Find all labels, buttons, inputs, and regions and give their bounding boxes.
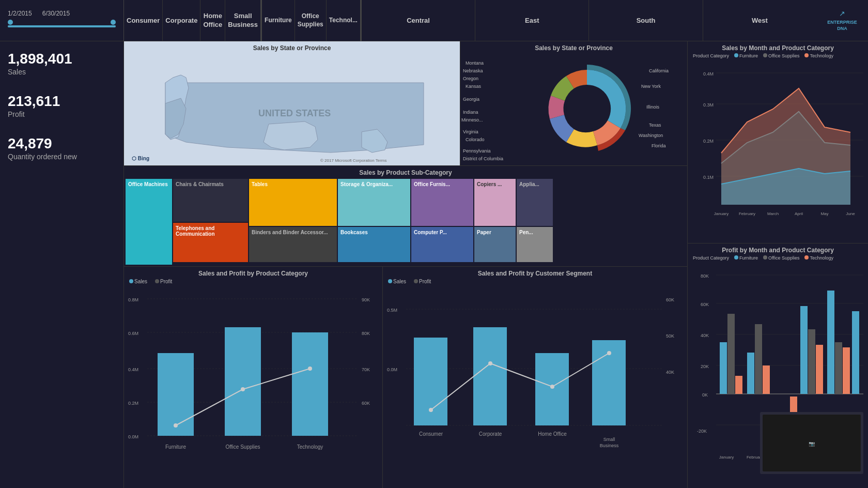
kpi-profit-value: 213,611 xyxy=(8,94,116,109)
logo: ↗ ENTERPRISE DNA xyxy=(816,0,868,41)
svg-text:June: June xyxy=(846,211,855,216)
svg-rect-58 xyxy=(808,329,815,394)
region-central[interactable]: Central xyxy=(362,0,475,41)
treemap-cells: Office Machines Chairs & Chairmats Telep… xyxy=(126,179,686,265)
svg-rect-106 xyxy=(535,353,569,425)
svg-text:0.6M: 0.6M xyxy=(128,331,138,336)
bar-chart-left: 0.8M 0.6M 0.4M 0.2M 0.0M 90K 80K 70K 60K xyxy=(124,286,382,487)
svg-text:90K: 90K xyxy=(362,297,370,302)
svg-text:Office Supplies: Office Supplies xyxy=(225,444,260,450)
tm-paper[interactable]: Paper xyxy=(474,227,516,262)
sales-month-panel: Sales by Month and Product Category Prod… xyxy=(687,41,868,243)
svg-text:20K: 20K xyxy=(701,364,709,369)
category-office-supplies[interactable]: OfficeSupplies xyxy=(295,0,327,41)
svg-point-108 xyxy=(429,408,433,412)
map-panel: Sales by State or Province UNITED STATES… xyxy=(124,41,460,165)
svg-text:60K: 60K xyxy=(362,401,370,406)
svg-text:Minneso...: Minneso... xyxy=(461,117,483,123)
date-slider[interactable] xyxy=(8,21,116,32)
region-west[interactable]: West xyxy=(703,0,816,41)
svg-text:Georgia: Georgia xyxy=(463,97,479,102)
date-range-filter: 1/2/2015 6/30/2015 xyxy=(0,0,124,41)
svg-text:-20K: -20K xyxy=(697,429,707,434)
tm-office-furniture[interactable]: Office Furnis... xyxy=(411,179,473,226)
donut-svg: Montana Nebraska Oregon Kansas Georgia I… xyxy=(460,52,687,163)
svg-text:Colorado: Colorado xyxy=(466,137,485,142)
svg-text:Business: Business xyxy=(600,443,619,448)
svg-text:0.5M: 0.5M xyxy=(387,308,397,313)
svg-text:Corporate: Corporate xyxy=(479,431,502,437)
svg-rect-59 xyxy=(816,345,823,394)
treemap-title: Sales by Product Sub-Category xyxy=(124,166,687,176)
region-east[interactable]: East xyxy=(475,0,589,41)
segment-filter-group: Consumer Corporate HomeOffice SmallBusin… xyxy=(124,0,261,41)
svg-rect-51 xyxy=(747,353,754,394)
tm-binders[interactable]: Binders and Binder Accessor... xyxy=(249,227,337,262)
svg-point-110 xyxy=(550,385,554,389)
svg-text:January: January xyxy=(719,455,734,460)
svg-text:Montana: Montana xyxy=(466,60,484,66)
svg-text:80K: 80K xyxy=(701,273,709,279)
svg-text:UNITED STATES: UNITED STATES xyxy=(258,108,331,118)
svg-rect-61 xyxy=(835,342,842,394)
kpi-quantity-label: Quantity ordered new xyxy=(8,152,116,161)
svg-rect-56 xyxy=(790,396,797,412)
tm-bookcases[interactable]: Bookcases xyxy=(338,227,410,262)
bar-legend-right: Sales Profit xyxy=(383,277,687,286)
bar-chart-right: 0.5M 0.0M 60K 50K 40K Consumer xyxy=(383,286,688,487)
tm-copiers[interactable]: Copiers ... xyxy=(474,179,516,226)
tm-telephones[interactable]: Telephones and Communication xyxy=(173,223,248,262)
bottom-right-panel: Sales and Profit by Customer Segment Sal… xyxy=(382,266,687,488)
svg-text:0.0M: 0.0M xyxy=(128,434,138,439)
profit-legend: Product Category Furniture Office Suppli… xyxy=(688,254,868,262)
svg-rect-57 xyxy=(800,306,808,394)
svg-point-90 xyxy=(174,423,178,428)
svg-text:0.1M: 0.1M xyxy=(703,175,714,180)
svg-text:Texas: Texas xyxy=(649,123,661,128)
svg-text:40K: 40K xyxy=(666,370,674,375)
svg-point-111 xyxy=(607,351,611,355)
date-end: 6/30/2015 xyxy=(42,10,70,17)
kpi-sales-label: Sales xyxy=(8,68,116,76)
bottom-left-panel: Sales and Profit by Product Category Sal… xyxy=(124,266,382,488)
svg-point-4 xyxy=(566,88,608,129)
tm-computer[interactable]: Computer P... xyxy=(411,227,473,262)
donut-title: Sales by State or Province xyxy=(460,41,687,52)
svg-text:60K: 60K xyxy=(701,302,709,307)
svg-point-109 xyxy=(488,361,492,365)
svg-text:⬡ Bing: ⬡ Bing xyxy=(132,156,149,161)
region-south[interactable]: South xyxy=(589,0,703,41)
map-svg: UNITED STATES ⬡ Bing © 2017 Microsoft Co… xyxy=(124,52,460,165)
svg-text:January: January xyxy=(714,211,729,216)
svg-rect-48 xyxy=(720,342,727,394)
tm-tables[interactable]: Tables xyxy=(249,179,337,226)
category-technology[interactable]: Technol... xyxy=(327,0,360,41)
category-furniture[interactable]: Furniture xyxy=(262,0,295,41)
svg-text:Washington: Washington xyxy=(639,133,663,138)
svg-text:Consumer: Consumer xyxy=(419,431,443,437)
svg-text:Illinois: Illinois xyxy=(646,104,660,110)
segment-corporate[interactable]: Corporate xyxy=(163,0,200,41)
profit-month-title: Profit by Month and Product Category xyxy=(688,243,868,254)
svg-text:60K: 60K xyxy=(666,297,674,302)
tm-pens[interactable]: Pen... xyxy=(517,227,553,262)
tm-office-machines[interactable]: Office Machines xyxy=(126,179,172,265)
date-start: 1/2/2015 xyxy=(8,10,32,17)
map-title: Sales by State or Province xyxy=(124,41,460,52)
region-filter-group: Central East South West xyxy=(362,0,816,41)
tm-appliances[interactable]: Applia... xyxy=(517,179,553,226)
logo-dna: DNA xyxy=(827,25,857,32)
svg-text:District of Columbia: District of Columbia xyxy=(463,156,503,161)
tm-chairs[interactable]: Chairs & Chairmats xyxy=(173,179,248,222)
kpi-sales: 1,898,401 Sales xyxy=(8,52,116,76)
tm-storage[interactable]: Storage & Organiza... xyxy=(338,179,410,226)
svg-text:Technology: Technology xyxy=(297,444,323,450)
svg-text:Florida: Florida xyxy=(652,143,666,148)
svg-text:Small: Small xyxy=(603,437,615,442)
segment-consumer[interactable]: Consumer xyxy=(124,0,163,41)
segment-home-office[interactable]: HomeOffice xyxy=(200,0,225,41)
segment-small-business[interactable]: SmallBusiness xyxy=(225,0,260,41)
svg-point-92 xyxy=(308,367,312,371)
category-filter-group: Furniture OfficeSupplies Technol... xyxy=(262,0,361,41)
svg-rect-53 xyxy=(763,365,770,394)
